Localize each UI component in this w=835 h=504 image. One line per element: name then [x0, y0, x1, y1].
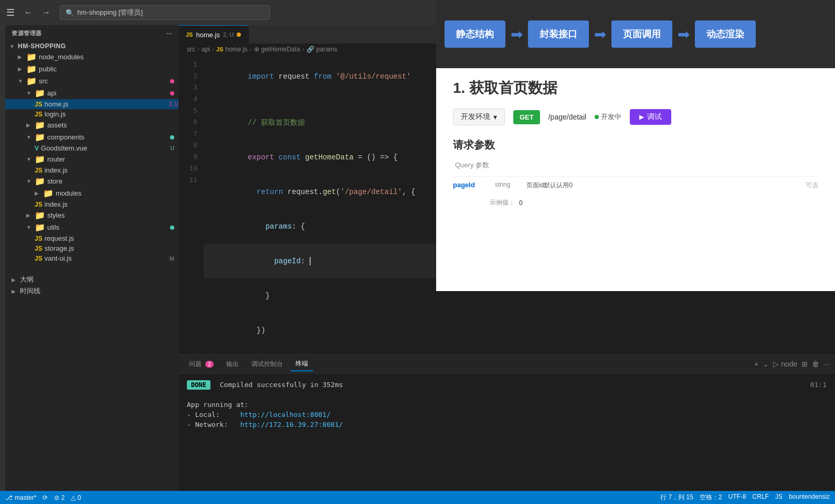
error-count[interactable]: ⊘ 2 [54, 494, 65, 501]
sidebar-item-node-modules[interactable]: ▶ 📁 node_modules [5, 51, 178, 63]
right-text: bountendensiz [789, 493, 830, 502]
store-label: store [47, 177, 178, 185]
components-arrow: ▼ [26, 134, 35, 140]
utils-dot [170, 226, 174, 230]
env-select[interactable]: 开发环境 ▾ [453, 109, 505, 125]
menu-icon[interactable]: ☰ [6, 7, 15, 18]
sidebar-item-store-index[interactable]: JS index.js [5, 199, 178, 209]
encoding[interactable]: UTF-8 [728, 493, 746, 502]
panel-split-icon[interactable]: ⊞ [801, 360, 808, 368]
local-url[interactable]: http://localhost:8081/ [240, 411, 331, 419]
tab-lang: JS [186, 31, 193, 38]
panel-more-icon[interactable]: ··· [823, 360, 830, 368]
back-arrow[interactable]: ← [21, 7, 36, 18]
home-js-lang: JS [35, 101, 43, 108]
styles-icon: 📁 [35, 210, 45, 220]
sidebar-item-vant[interactable]: JS vant-ui.js M [5, 253, 178, 263]
sidebar-item-src[interactable]: ▼ 📁 src [5, 75, 178, 87]
sidebar-item-request[interactable]: JS request.js [5, 233, 178, 243]
step-dynamic[interactable]: 动态渲染 [695, 20, 756, 48]
compile-msg: Compiled successfully in 352ms [220, 381, 343, 389]
step-arrow-3: ➡ [678, 26, 690, 43]
sidebar-item-router[interactable]: ▼ 📁 router [5, 153, 178, 165]
tab-home-js[interactable]: JS home.js 2, U [178, 25, 249, 44]
status-text: 开发中 [601, 112, 621, 122]
breadcrumb-sep2: › [212, 46, 214, 53]
goodsitem-badge: U [171, 145, 174, 151]
env-label: 开发环境 [461, 112, 490, 122]
output-label: 输出 [226, 360, 239, 368]
api-arrow: ▼ [26, 90, 35, 96]
api-panel-title: 1. 获取首页数据 [453, 78, 818, 98]
panel-add-icon[interactable]: + [754, 360, 758, 368]
sidebar-more-icon[interactable]: ··· [166, 30, 172, 37]
panel-tab-debug[interactable]: 调试控制台 [246, 358, 288, 371]
sidebar-item-login-js[interactable]: JS login.js [5, 109, 178, 119]
breadcrumb-sep3: › [250, 46, 252, 53]
line-col[interactable]: 行 7，列 15 [660, 493, 693, 502]
forward-arrow[interactable]: → [39, 7, 54, 18]
line-numbers: 1 2 3 4 5 6 7 8 9 10 11 [178, 55, 204, 355]
spaces[interactable]: 空格：2 [700, 493, 722, 502]
line-ending[interactable]: CRLF [753, 493, 769, 502]
components-label: components [47, 133, 170, 141]
activity-bar [0, 25, 5, 491]
warning-count[interactable]: △ 0 [71, 494, 81, 501]
sidebar-item-api[interactable]: ▼ 📁 api [5, 87, 178, 99]
overlay-api-panel: 1. 获取首页数据 开发环境 ▾ GET /page/detail 开发中 ▶ … [436, 66, 835, 291]
param-type: string [495, 181, 521, 188]
step-api[interactable]: 封装接口 [528, 20, 589, 48]
sidebar-item-outline[interactable]: ▶ 大纲 [5, 274, 178, 285]
step-arrow-2: ➡ [594, 26, 606, 43]
breadcrumb-file: home.js [225, 46, 247, 53]
lang-status[interactable]: JS [775, 493, 783, 502]
step-page[interactable]: 页面调用 [611, 20, 672, 48]
tree-project[interactable]: ▼ HM-SHOPPING [5, 41, 178, 51]
breadcrumb-param-icon: 🔗 [306, 46, 314, 53]
sidebar-item-store[interactable]: ▼ 📁 store [5, 175, 178, 187]
router-arrow: ▼ [26, 156, 35, 162]
env-chevron: ▾ [493, 113, 497, 121]
sidebar-item-storage[interactable]: JS storage.js [5, 243, 178, 253]
panel-tab-issues[interactable]: 问题 2 [184, 358, 219, 371]
git-branch[interactable]: ⎇ master* [5, 494, 36, 501]
sidebar-item-modules[interactable]: ▶ 📁 modules [5, 187, 178, 199]
test-button[interactable]: ▶ 调试 [630, 109, 671, 125]
status-left: ⎇ master* ⟳ ⊘ 2 △ 0 [5, 494, 81, 501]
panel-tab-output[interactable]: 输出 [221, 358, 244, 371]
goodsitem-lang: V [35, 145, 39, 152]
branch-icon: ⎇ [5, 494, 13, 501]
store-icon: 📁 [35, 176, 45, 186]
assets-icon: 📁 [35, 120, 45, 130]
sidebar-item-goodsitem[interactable]: V GoodsItem.vue U [5, 143, 178, 153]
sidebar-item-home-js[interactable]: JS home.js 2, U [5, 99, 178, 109]
tab-filename: home.js [196, 31, 220, 39]
search-bar[interactable]: 🔍 hm-shopping [管理员] [60, 5, 270, 20]
param-optional: 可选 [806, 181, 818, 190]
router-label: router [47, 155, 178, 163]
debug-label: 调试控制台 [251, 360, 283, 368]
panel-trash-icon[interactable]: 🗑 [812, 360, 819, 368]
example-row: 示例值： 0 [453, 198, 818, 207]
node-modules-label: node_modules [39, 53, 178, 61]
terminal-label: 终端 [295, 360, 308, 367]
app-msg: App running at: [187, 401, 248, 409]
network-url[interactable]: http://172.16.39.27:8081/ [240, 421, 343, 428]
sidebar: 资源管理器 ··· ▼ HM-SHOPPING ▶ 📁 node_modules… [5, 25, 178, 491]
sidebar-item-assets[interactable]: ▶ 📁 assets [5, 119, 178, 131]
breadcrumb-js: JS [216, 46, 223, 52]
issues-badge: 2 [205, 361, 214, 368]
sidebar-item-components[interactable]: ▼ 📁 components [5, 131, 178, 143]
sidebar-item-router-index[interactable]: JS index.js [5, 165, 178, 175]
sidebar-item-public[interactable]: ▶ 📁 public [5, 63, 178, 75]
sidebar-item-styles[interactable]: ▶ 📁 styles [5, 209, 178, 221]
panel-chevron-icon[interactable]: ⌄ [763, 360, 769, 368]
sidebar-item-utils[interactable]: ▼ 📁 utils [5, 221, 178, 233]
step-static[interactable]: 静态结构 [445, 20, 505, 48]
outline-label: 大纲 [20, 275, 178, 284]
panel-node-icon[interactable]: ▷ node [773, 360, 797, 368]
panel-tab-terminal[interactable]: 终端 [290, 357, 313, 371]
sync-icon[interactable]: ⟳ [43, 494, 48, 501]
breadcrumb-sep4: › [302, 46, 304, 53]
sidebar-item-timeline[interactable]: ▶ 时间线 [5, 285, 178, 297]
